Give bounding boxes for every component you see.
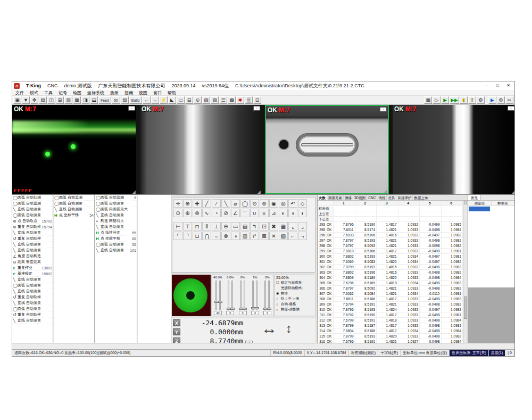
settings-icon[interactable]: ⚙ <box>477 96 485 104</box>
step-run-icon[interactable]: ▷ <box>433 96 440 104</box>
measure-tool-button[interactable]: ◎ <box>279 199 288 208</box>
program-item[interactable]: ◯圆弧自动测量 <box>12 306 53 312</box>
measure-tool-button[interactable]: ◔ <box>212 209 221 217</box>
light-slider[interactable] <box>231 281 233 310</box>
light-option[interactable]: 光源联动模式: <box>276 285 314 291</box>
maximize-button[interactable]: □ <box>493 83 502 89</box>
table-tab-9[interactable]: 数据上传 <box>413 195 429 200</box>
measure-tool-button[interactable]: ¬ <box>298 232 307 240</box>
measure-tool-button[interactable]: ⊗ <box>221 232 230 240</box>
hatch-pattern2-icon[interactable]: ▧ <box>211 96 219 104</box>
jog-arrows[interactable]: ↔ ↕ <box>261 320 292 336</box>
light-option[interactable]: ○自动-规格 <box>276 301 314 307</box>
measure-tool-button[interactable]: ✛ <box>173 199 182 208</box>
pane-icon[interactable]: ⬓ <box>90 96 98 104</box>
measure-tool-button[interactable]: ✖ <box>269 222 278 230</box>
measure-tool-button[interactable]: ◖ <box>288 209 297 217</box>
measure-tool-button[interactable]: ⌒ <box>240 209 250 217</box>
table-row[interactable]: 310OK7.87968.51931.48241.0933-0.04971.09… <box>318 307 463 312</box>
menu-item[interactable]: 工具 <box>44 90 53 96</box>
table-tab-8[interactable]: 反撞保护 <box>396 195 413 200</box>
measure-tool-button[interactable]: ⊤ <box>183 222 192 230</box>
program-item[interactable]: ╲直线自动测量 <box>12 230 53 236</box>
prev-icon[interactable]: ← <box>143 96 151 104</box>
move-icon[interactable]: ✥ <box>30 96 38 104</box>
view-corner-button[interactable]: ▫ <box>253 106 260 111</box>
hatch-pattern-icon[interactable]: ▨ <box>202 96 210 104</box>
feed-button[interactable]: Feed <box>98 96 111 104</box>
program-item[interactable]: ╲直线自动测量 <box>12 277 53 283</box>
measure-tool-button[interactable]: ◇ <box>298 199 307 208</box>
table-row[interactable]: 297OK7.87978.51931.48211.0933-0.04981.09… <box>318 238 463 243</box>
menu-item[interactable]: 坐标系统 <box>87 90 104 96</box>
program-item[interactable]: ◯圆弧自动测量55 <box>95 242 137 248</box>
save-grid-icon[interactable]: ▦ <box>424 96 432 104</box>
table-row[interactable]: 315OK7.87998.51931.48201.0933-0.04981.09… <box>318 334 463 339</box>
measure-tool-button[interactable]: ▥ <box>240 232 250 240</box>
new-file-icon[interactable]: ▣ <box>13 96 21 104</box>
table-row[interactable]: 303OK7.88028.51961.48161.0933-0.04981.09… <box>318 270 463 275</box>
split-view-icon[interactable]: ◫ <box>47 96 55 104</box>
measure-tool-button[interactable]: ⊔ <box>193 232 202 240</box>
view-corner-button[interactable]: ▫ <box>128 106 135 111</box>
program-item[interactable]: ◯圆弧自动监测9 <box>95 195 137 201</box>
measure-tool-button[interactable]: ⌀ <box>231 199 240 208</box>
light-value-box[interactable]: 3 <box>251 311 259 315</box>
measure-tool-button[interactable]: ∠ <box>231 209 240 217</box>
program-item[interactable]: ↺重复自动取样 <box>12 236 53 242</box>
table-row[interactable]: 308OK7.88118.51861.48171.0933-0.04981.09… <box>318 297 463 302</box>
camera-view-4[interactable]: OKM:7 ▫ ◢ <box>393 105 514 194</box>
menu-item[interactable]: 记号 <box>59 90 67 96</box>
camera-view-2[interactable]: OKM:7 ▫ ◢ <box>140 105 261 194</box>
program-item[interactable]: ∠角度自动构造 <box>12 253 53 259</box>
jog-horizontal-icon[interactable]: ↔ <box>261 320 277 336</box>
table-view-icon[interactable]: ▦ <box>73 96 81 104</box>
program-item[interactable]: ╲直线自动测量 <box>12 300 53 306</box>
light-slider-thumb[interactable] <box>267 308 271 310</box>
camera-view-3-selected[interactable]: OKM:7 ▫ ◢ <box>265 105 389 194</box>
layers-icon[interactable]: ☰ <box>219 96 227 104</box>
measure-tool-button[interactable]: Ⅱ <box>202 222 211 230</box>
light-value-box[interactable]: 40 <box>214 311 222 315</box>
table-row[interactable]: 305OK7.67968.51891.48181.0934-0.04981.09… <box>318 281 463 286</box>
program-item[interactable]: ╲直线自动测量 <box>12 248 53 253</box>
light-slider[interactable] <box>240 281 242 310</box>
table-row[interactable]: 298OK7.67978.50931.48211.0933-0.00981.09… <box>318 243 463 249</box>
measure-tool-button[interactable]: ✚ <box>193 199 202 208</box>
table-row[interactable]: 300OK7.88028.51931.48211.0934-0.04971.09… <box>318 254 463 259</box>
program-item[interactable]: ⊕重复自动取样15794 <box>12 224 53 230</box>
view-resize-grip[interactable]: ◢ <box>512 190 514 194</box>
measure-tool-button[interactable]: ⊕ <box>183 209 192 217</box>
view-corner-button[interactable]: ▫ <box>508 106 514 111</box>
view-resize-grip[interactable]: ◢ <box>384 188 387 193</box>
laser-trigger-icon[interactable]: ⚡ <box>160 96 168 104</box>
rect-tool-icon[interactable]: ▭ <box>177 96 185 104</box>
view-resize-grip[interactable]: ◢ <box>132 190 136 194</box>
measure-tool-button[interactable]: ⊢ <box>173 222 182 230</box>
light-slider[interactable] <box>252 281 254 310</box>
program-item[interactable]: ╲直线自动测量 <box>12 242 53 248</box>
cut-icon[interactable]: ✂ <box>505 96 513 104</box>
program-item[interactable]: ╲直线自动测量 <box>12 289 53 294</box>
measure-tool-button[interactable]: ⌣ <box>212 232 221 240</box>
program-item[interactable]: H点线性补正55 <box>95 230 137 236</box>
menu-item[interactable]: 视图 <box>139 90 147 96</box>
measure-tool-button[interactable]: ◐ <box>279 209 288 217</box>
program-item[interactable]: H点坐标平移66 <box>95 236 137 242</box>
measure-tool-button[interactable]: ⊚ <box>260 199 269 208</box>
measure-tool-button[interactable]: ↶ <box>288 199 297 208</box>
mesh-icon[interactable]: ▩ <box>228 96 236 104</box>
measure-tool-button[interactable]: ◗ <box>298 209 307 217</box>
view-corner-button[interactable]: ▫ <box>380 107 387 112</box>
program-item[interactable]: H点坐标平移54 <box>54 212 94 218</box>
program-item[interactable]: ╲直线自动测量 <box>95 224 137 230</box>
magnifier-icon[interactable]: ⊙ <box>194 96 202 104</box>
measure-tool-button[interactable]: ↰ <box>250 222 259 230</box>
light-option[interactable]: ○快 ○ 中 ○ 慢 <box>276 296 314 301</box>
scroll-up-arrow[interactable] <box>464 201 467 204</box>
table-scrollbar[interactable] <box>463 201 468 350</box>
measure-tool-button[interactable]: ╱ <box>202 199 211 208</box>
menu-item[interactable]: 测量 <box>110 90 119 96</box>
measure-tool-button[interactable]: ◯ <box>240 199 250 208</box>
joystick-pad[interactable] <box>172 275 211 316</box>
